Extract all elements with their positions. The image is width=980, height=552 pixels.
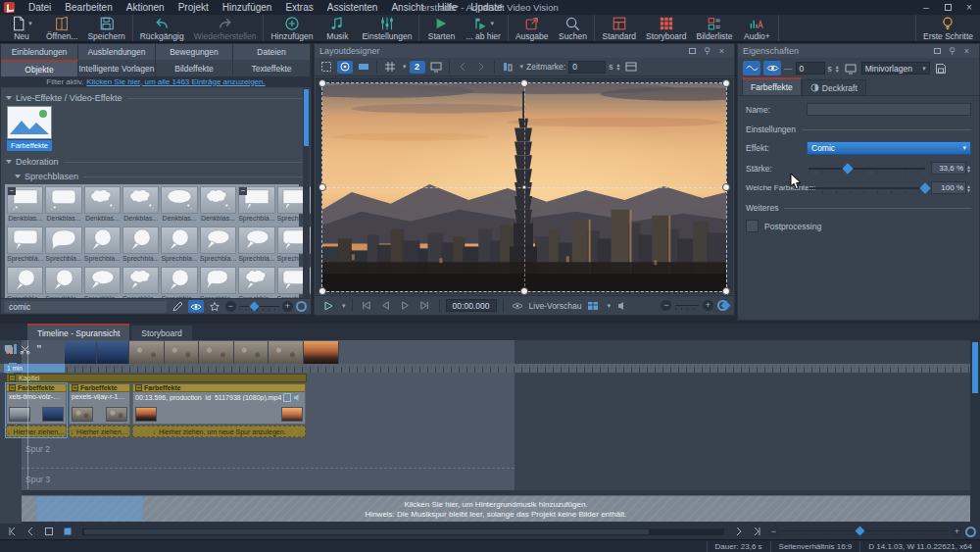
monitor-icon[interactable] <box>428 61 444 74</box>
farbeffekte-item[interactable]: Farbeffekte <box>7 106 52 151</box>
bubble-item-20[interactable]: Sprechbla... <box>122 266 160 298</box>
menu-projekt[interactable]: Projekt <box>172 0 216 15</box>
step-forward-button[interactable] <box>398 299 414 312</box>
bilderliste-button[interactable]: Bilderliste <box>692 15 738 41</box>
tab-einblendungen[interactable]: Einblendungen <box>1 44 78 60</box>
dropdown-caret[interactable]: ▾ <box>490 20 494 27</box>
timeline-zoom-out-button[interactable]: − <box>768 527 779 537</box>
section-sprechblasen[interactable]: Sprechblasen <box>15 172 306 181</box>
speaker-icon[interactable] <box>614 299 630 312</box>
tab-ausblendungen[interactable]: Ausblendungen <box>78 44 156 60</box>
bubble-item-9[interactable]: Sprechbla... <box>6 226 44 266</box>
canvas-zoom-slider[interactable] <box>675 301 699 311</box>
next-keyframe-icon[interactable] <box>473 61 489 74</box>
zoom-all-button[interactable] <box>60 526 75 538</box>
hinzufügen-button[interactable]: Hinzufügen <box>266 15 318 41</box>
zeitmarke-input[interactable]: 0 <box>568 61 606 74</box>
block-body[interactable]: pexels-vijay-r-158472... <box>69 392 130 425</box>
menu-assistenten[interactable]: Assistenten <box>320 0 385 15</box>
bubble-item-10[interactable]: Sprechbla... <box>44 226 82 266</box>
timeline-hscrollbar[interactable] <box>82 528 724 535</box>
erste-schritte-button[interactable]: Erste Schritte <box>918 15 978 41</box>
bubble-item-23[interactable]: Sprechbla... <box>237 266 275 298</box>
scroll-right-button[interactable] <box>731 526 747 538</box>
block-body[interactable]: 00:13.596, production_id_5117938 (1080p)… <box>132 392 306 425</box>
soft-edges-slider[interactable] <box>808 182 925 194</box>
minimize-button[interactable]: – <box>915 0 937 15</box>
zoom-selection-button[interactable] <box>41 526 57 538</box>
kapitel-track[interactable]: − Kapitel <box>6 374 307 382</box>
preview-eye-icon[interactable] <box>188 300 204 313</box>
monitor-small-icon[interactable] <box>843 62 858 75</box>
bubble-item-5[interactable]: Denkblas... <box>160 185 198 226</box>
view-mode-grid-icon[interactable] <box>585 299 601 312</box>
menu-datei[interactable]: Datei <box>22 0 58 15</box>
effect-dropdown[interactable]: Comic▾ <box>807 141 971 155</box>
music-track[interactable]: Klicken Sie hier, um Hintergrundmusik hi… <box>22 495 970 522</box>
bubble-item-22[interactable]: Sprechbla... <box>199 266 237 298</box>
starten-button[interactable]: Starten <box>421 15 461 41</box>
canvas-zoom-in-button[interactable]: + <box>703 300 713 311</box>
collapse-group-icon[interactable]: − <box>239 187 247 195</box>
tab-intelligente-vorlagen[interactable]: Intelligente Vorlagen <box>78 60 156 76</box>
name-input[interactable] <box>807 103 971 116</box>
tab-texteffekte[interactable]: Texteffekte <box>233 60 311 76</box>
block-header[interactable]: −Farbeffekte <box>132 383 306 392</box>
bubble-item-13[interactable]: Sprechbla... <box>160 226 198 266</box>
block-header[interactable]: −Farbeffekte <box>6 383 67 392</box>
block-header[interactable]: −Farbeffekte <box>69 383 130 392</box>
zoom-in-button[interactable]: + <box>282 301 293 312</box>
pin-button[interactable]: ⚲ <box>700 45 714 57</box>
einstellungen-button[interactable]: Einstellungen <box>357 15 416 41</box>
playhead-line[interactable] <box>27 340 28 489</box>
menu-update[interactable]: Update <box>464 0 509 15</box>
collapse-block-icon[interactable]: − <box>135 384 142 391</box>
filter-reset-link[interactable]: Klicken Sie hier, um alle 1463 Einträge … <box>86 77 265 86</box>
canvas-zoom-out-button[interactable]: − <box>661 300 671 311</box>
grid-dropdown-caret[interactable]: ▾ <box>403 63 407 71</box>
visibility-eye-icon[interactable] <box>763 61 781 75</box>
timeline-block-1[interactable]: −Farbeffektexels-timo-volz-65...↓Hierher… <box>6 383 67 437</box>
menu-extras[interactable]: Extras <box>278 0 319 15</box>
scroll-start-button[interactable] <box>4 526 20 538</box>
tab-objekte[interactable]: Objekte <box>1 60 78 76</box>
library-search-input[interactable] <box>5 301 167 313</box>
strength-spinner[interactable]: ▲▼ <box>966 165 971 173</box>
section-dekoration[interactable]: Dekoration <box>6 157 306 167</box>
bubble-item-4[interactable]: Denkblas... <box>122 185 160 226</box>
edit-pencil-icon[interactable] <box>170 300 185 313</box>
standard-button[interactable]: Standard <box>597 15 641 41</box>
wiederherstellen-button[interactable]: Wiederherstellen <box>189 15 262 41</box>
play-options-caret[interactable]: ▾ <box>342 302 346 310</box>
timeline-zoom-in-button[interactable]: + <box>952 527 962 537</box>
strength-slider[interactable] <box>808 163 925 175</box>
resize-handle-s[interactable] <box>520 287 528 295</box>
soft-edges-value[interactable]: 100 % <box>931 181 966 194</box>
collapse-kapitel-icon[interactable]: − <box>9 375 16 381</box>
bubble-item-14[interactable]: Sprechbla... <box>199 226 237 266</box>
suchen-button[interactable]: Suchen <box>553 15 592 41</box>
zoom-out-button[interactable]: − <box>225 301 236 312</box>
bubble-item-11[interactable]: Sprechbla... <box>83 226 122 266</box>
ausgabe-button[interactable]: Ausgabe <box>511 15 554 41</box>
resize-handle-n[interactable] <box>520 79 528 87</box>
timeline-hscroll-thumb[interactable] <box>84 529 649 534</box>
timeline-ruler[interactable]: 1 min <box>0 364 970 373</box>
dropdown-caret[interactable]: ▾ <box>28 20 32 27</box>
close-panel-button[interactable]: × <box>714 45 729 57</box>
timeline-vscrollbar[interactable] <box>970 340 980 524</box>
tab-deckkraft[interactable]: Deckkraft <box>802 79 866 95</box>
ab-hier-button[interactable]: ▾... ab hier <box>461 15 505 41</box>
resize-handle-sw[interactable] <box>318 287 326 295</box>
tab-farbeffekte[interactable]: Farbeffekte <box>742 77 802 95</box>
music-selection-block[interactable] <box>37 497 142 521</box>
öffnen-button[interactable]: Öffnen... <box>41 15 82 41</box>
bubble-item-2[interactable]: Denkblas... <box>44 185 82 226</box>
bubble-item-3[interactable]: Denkblas... <box>83 185 122 226</box>
timeline-block-3[interactable]: −Farbeffekte00:13.596, production_id_511… <box>132 383 306 437</box>
postprocessing-checkbox[interactable] <box>746 220 759 232</box>
bubble-item-15[interactable]: Sprechbla... <box>237 226 275 266</box>
menu-ansicht[interactable]: Ansicht <box>384 0 430 15</box>
library-scrollbar-thumb[interactable] <box>304 89 309 146</box>
tab-bildeffekte[interactable]: Bildeffekte <box>156 60 233 76</box>
